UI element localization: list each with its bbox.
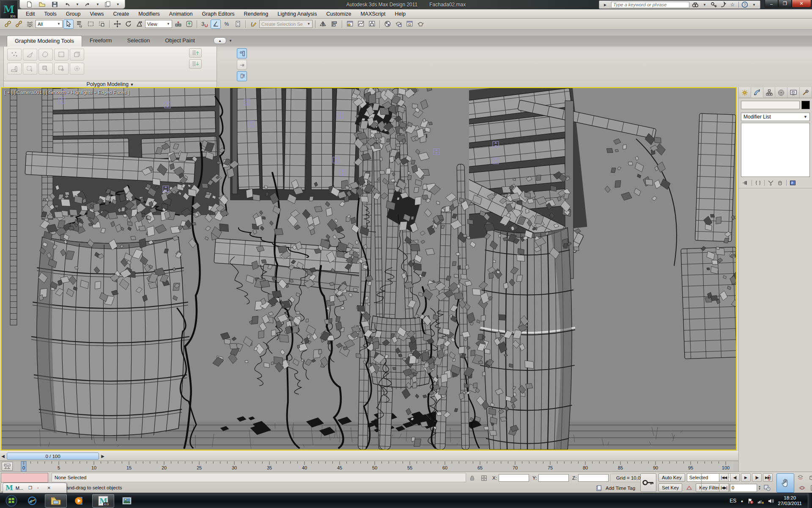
align-icon[interactable] <box>329 19 339 29</box>
help-icon[interactable]: ? <box>741 1 748 8</box>
element-mode-button[interactable] <box>70 49 84 61</box>
menu-help[interactable]: Help <box>390 10 410 18</box>
named-selection-sets-dropdown[interactable]: Create Selection Se▼ <box>259 20 313 28</box>
tab-object-paint[interactable]: Object Paint <box>157 36 203 47</box>
ribbon-minimize-button[interactable]: ▲ <box>214 37 226 44</box>
restore-button[interactable]: ❐ <box>778 0 792 8</box>
track-bar[interactable]: 0510152025303540455055606570758085909510… <box>0 461 738 472</box>
volume-icon[interactable] <box>768 498 774 504</box>
render-setup-icon[interactable] <box>393 19 403 29</box>
subobject-select-button[interactable] <box>23 63 37 75</box>
menu-edit[interactable]: Edit <box>21 10 40 18</box>
add-time-tag-label[interactable]: Add Time Tag <box>606 486 635 491</box>
orbit-icon[interactable] <box>797 483 807 492</box>
menu-create[interactable]: Create <box>109 10 134 18</box>
time-slider-button[interactable]: 0 / 100 <box>7 453 99 460</box>
select-object-button[interactable] <box>63 19 74 29</box>
reference-coordinate-dropdown[interactable]: View▼ <box>145 20 172 28</box>
tab-display-icon[interactable] <box>787 87 800 98</box>
edit-named-selection-sets-icon[interactable]: { <box>248 19 258 29</box>
taskbar-media-player[interactable] <box>69 494 91 508</box>
taskbar-3dsmax[interactable]: M3DS <box>92 494 114 508</box>
taskbar-windows-explorer[interactable] <box>45 494 67 508</box>
select-and-scale-icon[interactable] <box>134 19 144 29</box>
search-dropdown-caret[interactable]: ▼ <box>701 1 708 8</box>
ribbon-minimize-caret[interactable]: ▼ <box>229 39 232 47</box>
quick-render-icon[interactable] <box>415 19 425 29</box>
menu-views[interactable]: Views <box>85 10 108 18</box>
dialog-restore-icon[interactable]: ❐ <box>28 486 32 490</box>
tab-graphite-modeling-tools[interactable]: Graphite Modeling Tools <box>7 36 82 47</box>
action-center-flag-icon[interactable] <box>747 498 754 504</box>
mini-curve-editor-button[interactable] <box>2 462 13 471</box>
frame-spinner[interactable]: ▲▼ <box>758 485 761 490</box>
favorites-star-icon[interactable]: ☆ <box>729 1 736 8</box>
camera-viewport[interactable]: [ + ] [ Camera001 ] [ Smooth + Highlight… <box>1 87 737 450</box>
window-crossing-toggle-icon[interactable] <box>96 19 107 29</box>
dialog-maximize-icon[interactable]: ▫ <box>37 486 39 490</box>
modifier-list-dropdown[interactable]: Modifier List▼ <box>741 113 810 121</box>
minimized-dialog[interactable]: M M... ❐ ▫ ✕ <box>3 483 67 493</box>
select-and-rotate-icon[interactable] <box>123 19 133 29</box>
orbit-camera-icon[interactable] <box>795 473 805 482</box>
time-slider-left-arrow[interactable]: ◀ <box>0 454 6 458</box>
selection-lock-icon[interactable] <box>467 474 477 482</box>
menu-graph-editors[interactable]: Graph Editors <box>197 10 239 18</box>
taskbar-clock[interactable]: 18:20 27/03/2011 <box>778 495 802 506</box>
menu-modifiers[interactable]: Modifiers <box>134 10 165 18</box>
schematic-view-icon[interactable] <box>367 19 377 29</box>
toggle-command-panel-button[interactable] <box>237 48 247 58</box>
border-mode-button[interactable] <box>38 49 53 61</box>
menu-maxscript[interactable]: MAXScript <box>356 10 390 18</box>
tab-motion-icon[interactable] <box>775 87 787 98</box>
material-editor-icon[interactable] <box>382 19 392 29</box>
toggle-containers-button[interactable] <box>237 71 247 81</box>
menu-customize[interactable]: Customize <box>321 10 356 18</box>
tab-modify-icon[interactable] <box>751 87 763 98</box>
object-color-swatch[interactable] <box>801 101 810 109</box>
x-coordinate-field[interactable] <box>499 474 529 482</box>
play-button[interactable]: ▶ <box>741 473 751 482</box>
snaps-toggle-3d[interactable]: 3 <box>200 19 210 29</box>
y-coordinate-field[interactable] <box>538 474 569 482</box>
menu-lighting-analysis[interactable]: Lighting Analysis <box>273 10 321 18</box>
mirror-icon[interactable] <box>318 19 328 29</box>
layer-manager-icon[interactable] <box>345 19 355 29</box>
configure-modifier-sets-icon[interactable] <box>790 180 796 186</box>
undo-icon[interactable] <box>63 1 71 8</box>
viewport-label[interactable]: [ + ] [ Camera001 ] [ Smooth + Highlight… <box>4 90 129 95</box>
taskbar-internet-explorer[interactable]: e <box>21 494 43 508</box>
maximize-viewport-toggle-icon[interactable] <box>808 483 812 492</box>
multi-select-button[interactable] <box>38 63 53 75</box>
tab-create-icon[interactable] <box>739 87 751 98</box>
help-dropdown-caret[interactable]: ▼ <box>751 1 757 8</box>
menu-rendering[interactable]: Rendering <box>239 10 273 18</box>
z-coordinate-field[interactable] <box>578 474 609 482</box>
go-to-start-button[interactable]: |◀◀ <box>719 473 729 482</box>
pin-stack-icon[interactable] <box>742 180 749 186</box>
show-desktop-button[interactable] <box>808 493 812 508</box>
minimize-button[interactable]: – <box>765 0 778 8</box>
promote-selection-up-button[interactable] <box>189 48 202 58</box>
tab-utilities-icon[interactable] <box>800 87 812 98</box>
set-keys-button[interactable] <box>640 473 656 492</box>
object-name-field[interactable] <box>741 101 800 109</box>
taskbar-image-viewer[interactable] <box>116 494 138 508</box>
curve-editor-icon[interactable] <box>356 19 366 29</box>
select-and-move-icon[interactable] <box>112 19 122 29</box>
subscription-key-icon[interactable] <box>710 1 717 8</box>
dolly-camera-icon[interactable] <box>764 473 774 482</box>
auto-key-button[interactable]: Auto Key <box>658 473 685 482</box>
polygon-mode-button[interactable] <box>54 49 69 61</box>
time-slider-right-arrow[interactable]: ▶ <box>100 454 106 458</box>
project-folder-icon[interactable] <box>104 1 112 8</box>
pan-view-button[interactable] <box>776 473 794 493</box>
use-pivot-point-icon[interactable] <box>173 19 183 29</box>
unlink-selection-icon[interactable] <box>14 19 24 29</box>
key-mode-toggle-button[interactable]: |◀▶| <box>719 483 729 492</box>
save-icon[interactable] <box>50 1 59 8</box>
menu-group[interactable]: Group <box>61 10 85 18</box>
selection-filter-dropdown[interactable]: All▼ <box>36 20 63 28</box>
menu-tools[interactable]: Tools <box>40 10 61 18</box>
time-tag-icon[interactable] <box>594 484 604 492</box>
